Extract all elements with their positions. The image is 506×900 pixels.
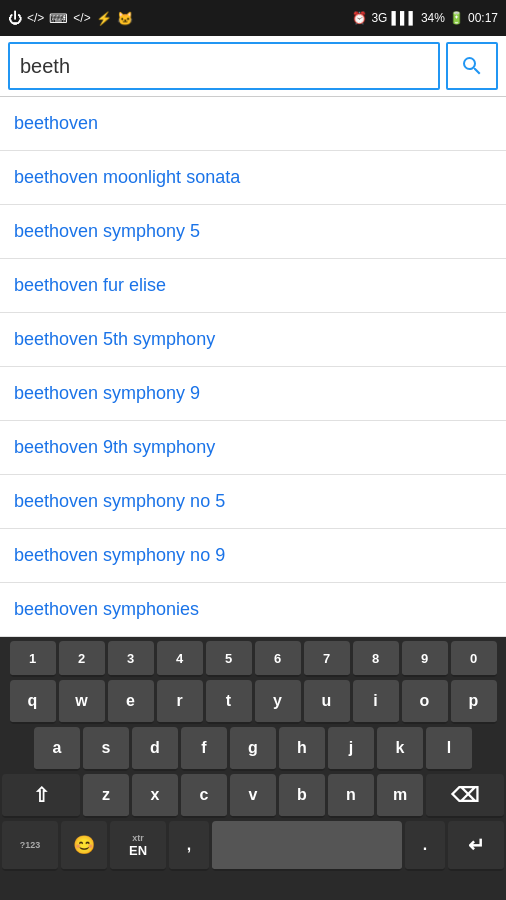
status-bar-right: ⏰ 3G ▌▌▌ 34% 🔋 00:17 [352,11,498,25]
suggestions-list: beethoven beethoven moonlight sonata bee… [0,97,506,637]
comma-key[interactable]: , [169,821,209,871]
key-d[interactable]: d [132,727,178,771]
suggestion-item[interactable]: beethoven symphony no 9 [0,529,506,583]
suggestion-item[interactable]: beethoven 9th symphony [0,421,506,475]
keyboard-icon: ⌨ [49,11,68,26]
key-7[interactable]: 7 [304,641,350,677]
key-5[interactable]: 5 [206,641,252,677]
battery-icon: 🔋 [449,11,464,25]
signal-icon: ▌▌▌ [391,11,417,25]
shift-key[interactable]: ⇧ [2,774,80,818]
suggestion-item[interactable]: beethoven moonlight sonata [0,151,506,205]
suggestion-item[interactable]: beethoven symphony 5 [0,205,506,259]
key-v[interactable]: v [230,774,276,818]
lang-key[interactable]: xtr EN [110,821,166,871]
qwerty-row: q w e r t y u i o p [2,680,504,724]
key-4[interactable]: 4 [157,641,203,677]
key-n[interactable]: n [328,774,374,818]
key-h[interactable]: h [279,727,325,771]
key-o[interactable]: o [402,680,448,724]
suggestion-item[interactable]: beethoven [0,97,506,151]
key-z[interactable]: z [83,774,129,818]
network-label: 3G [371,11,387,25]
key-u[interactable]: u [304,680,350,724]
usb-icon: ⚡ [96,11,112,26]
key-s[interactable]: s [83,727,129,771]
key-x[interactable]: x [132,774,178,818]
code-icon: </> [27,11,44,25]
time-label: 00:17 [468,11,498,25]
key-r[interactable]: r [157,680,203,724]
code2-icon: </> [73,11,90,25]
enter-key[interactable]: ↵ [448,821,504,871]
key-g[interactable]: g [230,727,276,771]
zxcv-row: ⇧ z x c v b n m ⌫ [2,774,504,818]
suggestion-item[interactable]: beethoven fur elise [0,259,506,313]
key-3[interactable]: 3 [108,641,154,677]
key-9[interactable]: 9 [402,641,448,677]
suggestion-item[interactable]: beethoven symphonies [0,583,506,637]
cat-icon: 🐱 [117,11,133,26]
key-2[interactable]: 2 [59,641,105,677]
key-m[interactable]: m [377,774,423,818]
key-f[interactable]: f [181,727,227,771]
key-p[interactable]: p [451,680,497,724]
suggestion-item[interactable]: beethoven 5th symphony [0,313,506,367]
key-t[interactable]: t [206,680,252,724]
power-icon: ⏻ [8,10,22,26]
key-6[interactable]: 6 [255,641,301,677]
keyboard: 1 2 3 4 5 6 7 8 9 0 q w e r t y u i o p … [0,637,506,900]
emoji-key[interactable]: 😊 [61,821,107,871]
search-button[interactable] [446,42,498,90]
key-w[interactable]: w [59,680,105,724]
key-l[interactable]: l [426,727,472,771]
bottom-row: ?123 😊 xtr EN , . ↵ [2,821,504,874]
delete-key[interactable]: ⌫ [426,774,504,818]
key-i[interactable]: i [353,680,399,724]
status-bar-left: ⏻ </> ⌨ </> ⚡ 🐱 [8,10,133,26]
key-8[interactable]: 8 [353,641,399,677]
suggestion-item[interactable]: beethoven symphony no 5 [0,475,506,529]
key-y[interactable]: y [255,680,301,724]
search-input[interactable] [8,42,440,90]
battery-label: 34% [421,11,445,25]
key-a[interactable]: a [34,727,80,771]
key-q[interactable]: q [10,680,56,724]
key-b[interactable]: b [279,774,325,818]
key-k[interactable]: k [377,727,423,771]
key-e[interactable]: e [108,680,154,724]
search-bar [0,36,506,97]
number-row: 1 2 3 4 5 6 7 8 9 0 [2,641,504,677]
space-key[interactable] [212,821,402,871]
alarm-icon: ⏰ [352,11,367,25]
asdf-row: a s d f g h j k l [2,727,504,771]
suggestion-item[interactable]: beethoven symphony 9 [0,367,506,421]
key-c[interactable]: c [181,774,227,818]
key-0[interactable]: 0 [451,641,497,677]
key-1[interactable]: 1 [10,641,56,677]
status-bar: ⏻ </> ⌨ </> ⚡ 🐱 ⏰ 3G ▌▌▌ 34% 🔋 00:17 [0,0,506,36]
symbols-key[interactable]: ?123 [2,821,58,871]
search-icon [460,54,484,78]
period-key[interactable]: . [405,821,445,871]
key-j[interactable]: j [328,727,374,771]
